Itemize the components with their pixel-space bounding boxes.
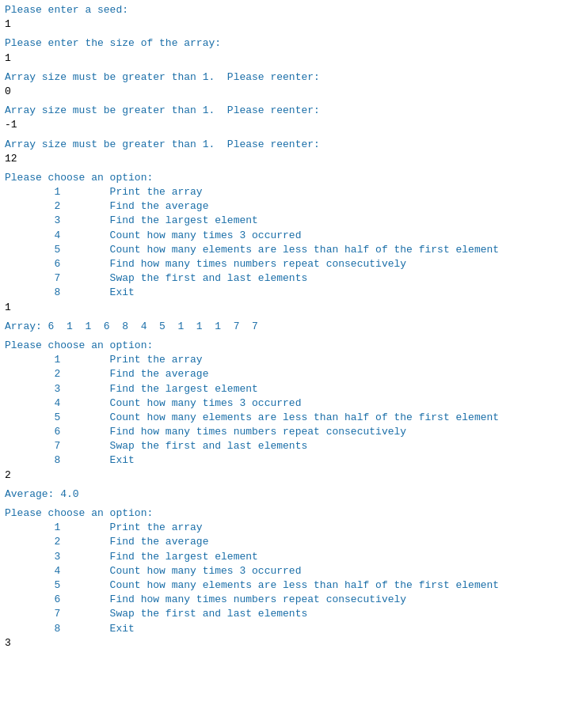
menu-line-17: 2 Find the average <box>5 199 562 214</box>
input-line-37: 2 <box>5 468 562 483</box>
menu-line-34: 6 Find how many times numbers repeat con… <box>5 425 562 439</box>
menu-line-29: 1 Print the array <box>5 353 562 367</box>
prompt-line-12: Array size must be greater than 1. Pleas… <box>5 138 562 152</box>
prompt-line-0: Please enter a seed: <box>5 3 562 17</box>
menu-line-31: 3 Find the largest element <box>5 382 562 396</box>
menu-line-32: 4 Count how many times 3 occurred <box>5 396 562 411</box>
input-line-24: 1 <box>5 301 562 315</box>
menu-line-20: 5 Count how many elements are less than … <box>5 243 562 257</box>
output-line-39: Average: 4.0 <box>5 487 562 502</box>
menu-line-22: 7 Swap the first and last elements <box>5 271 562 286</box>
input-line-13: 12 <box>5 152 562 166</box>
menu-line-48: 7 Swap the first and last elements <box>5 607 562 621</box>
prompt-line-41: Please choose an option: <box>5 506 562 521</box>
prompt-line-6: Array size must be greater than 1. Pleas… <box>5 70 562 85</box>
prompt-line-15: Please choose an option: <box>5 171 562 185</box>
input-line-50: 3 <box>5 636 562 650</box>
input-line-1: 1 <box>5 17 562 32</box>
menu-line-16: 1 Print the array <box>5 185 562 199</box>
prompt-line-28: Please choose an option: <box>5 339 562 353</box>
menu-line-44: 3 Find the largest element <box>5 550 562 564</box>
menu-line-36: 8 Exit <box>5 453 562 468</box>
input-line-7: 0 <box>5 85 562 99</box>
menu-line-21: 6 Find how many times numbers repeat con… <box>5 257 562 271</box>
menu-line-46: 5 Count how many elements are less than … <box>5 578 562 593</box>
input-line-4: 1 <box>5 51 562 66</box>
menu-line-33: 5 Count how many elements are less than … <box>5 411 562 425</box>
prompt-line-9: Array size must be greater than 1. Pleas… <box>5 104 562 118</box>
prompt-line-3: Please enter the size of the array: <box>5 36 562 51</box>
menu-line-18: 3 Find the largest element <box>5 214 562 228</box>
menu-line-23: 8 Exit <box>5 286 562 300</box>
input-line-10: -1 <box>5 118 562 132</box>
menu-line-43: 2 Find the average <box>5 535 562 549</box>
terminal-output: Please enter a seed:1Please enter the si… <box>5 3 562 650</box>
menu-line-42: 1 Print the array <box>5 521 562 535</box>
output-line-26: Array: 6 1 1 6 8 4 5 1 1 1 7 7 <box>5 320 562 334</box>
menu-line-35: 7 Swap the first and last elements <box>5 439 562 453</box>
menu-line-19: 4 Count how many times 3 occurred <box>5 229 562 243</box>
menu-line-30: 2 Find the average <box>5 367 562 381</box>
menu-line-47: 6 Find how many times numbers repeat con… <box>5 593 562 607</box>
menu-line-45: 4 Count how many times 3 occurred <box>5 564 562 578</box>
menu-line-49: 8 Exit <box>5 622 562 636</box>
